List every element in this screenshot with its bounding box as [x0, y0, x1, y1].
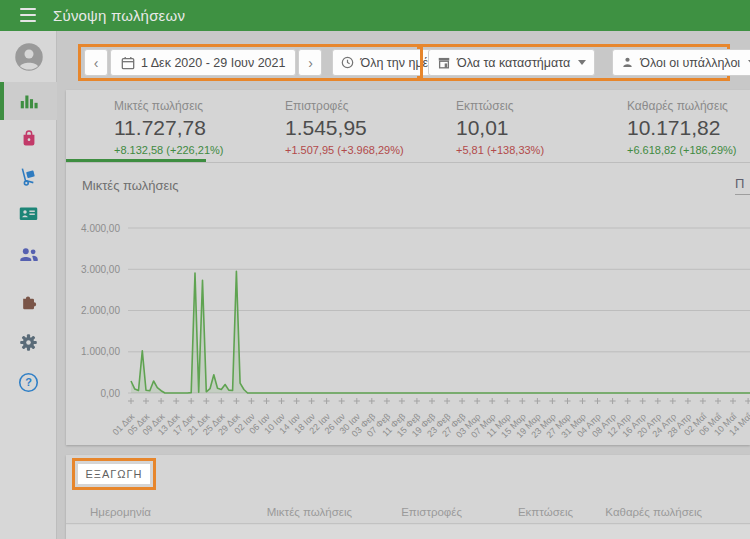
- page-title: Σύνοψη πωλήσεων: [53, 0, 185, 31]
- employees-filter-button[interactable]: Όλοι οι υπάλληλοι: [612, 49, 750, 76]
- summary-card: Μικτές πωλήσεις 11.727,78 +8.132,58 (+22…: [66, 90, 750, 445]
- svg-text:1.000,00: 1.000,00: [81, 346, 120, 357]
- date-range-label: 1 Δεκ 2020 - 29 Ιουν 2021: [141, 56, 285, 70]
- metric-change: +5,81 (+138,33%): [456, 144, 579, 156]
- gear-icon: [18, 332, 39, 353]
- sidebar-item-help[interactable]: ?: [0, 363, 57, 401]
- svg-text:0,00: 0,00: [101, 388, 121, 399]
- bar-chart-icon: [18, 90, 40, 112]
- gross-sales-line-chart: 0,001.000,002.000,003.000,004.000,0001 Δ…: [66, 220, 750, 445]
- chart-header: Μικτές πωλήσεις Π: [66, 174, 750, 198]
- metric-value: 1.545,95: [285, 116, 408, 140]
- sidebar-item-reports[interactable]: [0, 82, 57, 120]
- clock-icon: [341, 56, 354, 69]
- metric-tabs: Μικτές πωλήσεις 11.727,78 +8.132,58 (+22…: [66, 90, 750, 163]
- help-icon: ?: [18, 372, 39, 393]
- highlight-box-date-filters: ‹ 1 Δεκ 2020 - 29 Ιουν 2021 › Όλη την ημ…: [78, 44, 420, 81]
- user-avatar-icon: [14, 42, 44, 72]
- svg-text:3.000,00: 3.000,00: [81, 264, 120, 275]
- daily-sales-table-card: ΕΞΑΓΩΓΗ Ημερομηνία Μικτές πωλήσεις Επιστ…: [66, 455, 750, 539]
- sidebar-item-customers[interactable]: [0, 235, 57, 273]
- metric-tab-gross-sales[interactable]: Μικτές πωλήσεις 11.727,78 +8.132,58 (+22…: [66, 90, 237, 162]
- store-icon: [437, 56, 451, 70]
- employees-filter-label: Όλοι οι υπάλληλοι: [640, 56, 740, 70]
- sidebar: ?: [0, 31, 57, 539]
- chart-period-select[interactable]: Π: [735, 176, 750, 195]
- metric-change: +1.507,95 (+3.968,29%): [285, 144, 408, 156]
- people-icon: [18, 243, 40, 265]
- export-button[interactable]: ΕΞΑΓΩΓΗ: [78, 464, 150, 484]
- metric-value: 10,01: [456, 116, 579, 140]
- metric-label: Μικτές πωλήσεις: [114, 99, 237, 113]
- top-app-bar: Σύνοψη πωλήσεων: [0, 0, 750, 31]
- column-header-date: Ημερομηνία: [90, 506, 242, 518]
- sales-summary-page: Σύνοψη πωλήσεων: [0, 0, 750, 539]
- metric-tab-net-sales[interactable]: Καθαρές πωλήσεις 10.171,82 +6.618,82 (+1…: [579, 90, 750, 162]
- metric-label: Επιστροφές: [285, 99, 408, 113]
- puzzle-icon: [19, 290, 39, 310]
- stores-filter-label: Όλα τα καταστήματα: [457, 56, 570, 70]
- date-range-button[interactable]: 1 Δεκ 2020 - 29 Ιουν 2021: [110, 49, 296, 76]
- calendar-icon: [121, 56, 135, 70]
- hand-truck-icon: [18, 166, 39, 187]
- person-icon: [621, 56, 634, 69]
- metric-tab-refunds[interactable]: Επιστροφές 1.545,95 +1.507,95 (+3.968,29…: [237, 90, 408, 162]
- sidebar-item-employees[interactable]: [0, 194, 57, 232]
- metric-value: 11.727,78: [114, 116, 237, 140]
- metric-label: Καθαρές πωλήσεις: [627, 99, 750, 113]
- date-next-button[interactable]: ›: [298, 49, 322, 76]
- stores-filter-button[interactable]: Όλα τα καταστήματα: [428, 49, 595, 76]
- svg-text:4.000,00: 4.000,00: [81, 223, 120, 234]
- svg-text:?: ?: [25, 376, 32, 388]
- metric-change: +6.618,82 (+186,29%): [627, 144, 750, 156]
- caret-down-icon: [578, 60, 586, 65]
- column-header-net-sales: Καθαρές πωλήσεις: [573, 506, 702, 518]
- sidebar-item-inventory[interactable]: [0, 157, 57, 195]
- column-header-refunds: Επιστροφές: [352, 506, 462, 518]
- chevron-right-icon: ›: [308, 56, 313, 70]
- metric-value: 10.171,82: [627, 116, 750, 140]
- sidebar-item-integrations[interactable]: [0, 281, 57, 319]
- column-header-gross-sales: Μικτές πωλήσεις: [242, 506, 352, 518]
- column-header-discounts: Εκπτώσεις: [462, 506, 573, 518]
- badge-icon: [18, 203, 39, 224]
- sidebar-item-settings[interactable]: [0, 323, 57, 361]
- table-header-row: Ημερομηνία Μικτές πωλήσεις Επιστροφές Εκ…: [66, 500, 750, 524]
- highlight-box-export: ΕΞΑΓΩΓΗ: [72, 458, 156, 490]
- svg-text:2.000,00: 2.000,00: [81, 305, 120, 316]
- hamburger-menu-icon[interactable]: [20, 8, 36, 22]
- chart-title: Μικτές πωλήσεις: [82, 178, 178, 193]
- date-prev-button[interactable]: ‹: [84, 49, 108, 76]
- metric-tab-discounts[interactable]: Εκπτώσεις 10,01 +5,81 (+138,33%): [408, 90, 579, 162]
- sidebar-item-account[interactable]: [0, 38, 57, 76]
- metric-label: Εκπτώσεις: [456, 99, 579, 113]
- shopping-bag-icon: [19, 128, 39, 148]
- chevron-left-icon: ‹: [94, 56, 99, 70]
- highlight-box-scope-filters: Όλα τα καταστήματα Όλοι οι υπάλληλοι: [420, 44, 730, 81]
- sidebar-item-items[interactable]: [0, 119, 57, 157]
- table-row[interactable]: [66, 525, 750, 539]
- metric-change: +8.132,58 (+226,21%): [114, 144, 237, 156]
